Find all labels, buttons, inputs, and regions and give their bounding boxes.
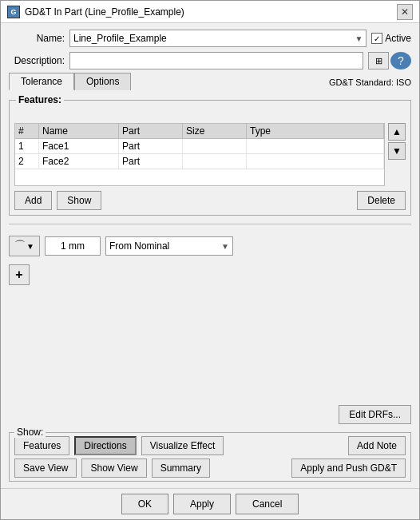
table-header: # Name Part Size Type: [14, 123, 385, 138]
features-table-wrap: # Name Part Size Type 1 Face1 Part: [14, 123, 385, 186]
tolerance-type-value: From Nominal: [109, 240, 169, 252]
col-name: Name: [39, 124, 119, 138]
row1-size: [183, 139, 247, 153]
row1-name: Face1: [39, 139, 119, 153]
features-table-body: 1 Face1 Part 2 Face2 Part: [14, 138, 385, 186]
tolerance-row: ⌒ ▼ From Nominal ▼: [9, 232, 411, 260]
main-content: Name: Line_Profile_Example ▼ ✓ Active De…: [1, 23, 419, 488]
cancel-button[interactable]: Cancel: [236, 494, 299, 514]
row2-type: [247, 154, 384, 169]
help-icon-btn[interactable]: ?: [390, 52, 411, 69]
row2-part: Part: [119, 154, 183, 169]
show-section: Show: Features Directions Visualize Effe…: [9, 432, 411, 482]
empty-area: [9, 290, 411, 405]
show-view-btn[interactable]: Show View: [81, 458, 146, 478]
separator1: [9, 224, 411, 224]
empty-drfs-area: Edit DRFs...: [9, 290, 411, 427]
show-section-label: Show:: [14, 427, 46, 438]
show-button[interactable]: Show: [57, 191, 101, 210]
delete-button[interactable]: Delete: [357, 191, 406, 210]
save-view-btn[interactable]: Save View: [14, 458, 77, 478]
tab-tolerance[interactable]: Tolerance: [9, 73, 74, 90]
ok-button[interactable]: OK: [121, 494, 168, 514]
window-icon: G: [7, 6, 20, 18]
description-icon-group: ⊞ ?: [368, 52, 411, 69]
name-row: Name: Line_Profile_Example ▼ ✓ Active: [9, 30, 411, 47]
apply-push-gdt-btn[interactable]: Apply and Push GD&T: [291, 458, 406, 478]
close-button[interactable]: ✕: [397, 4, 413, 20]
row1-type: [247, 139, 384, 153]
row2-size: [183, 154, 247, 169]
directions-show-btn[interactable]: Directions: [74, 436, 136, 455]
edit-drfs-row: Edit DRFs...: [9, 405, 411, 424]
col-num: #: [15, 124, 39, 138]
edit-drfs-button[interactable]: Edit DRFs...: [339, 405, 411, 424]
add-row-btn[interactable]: +: [9, 264, 30, 285]
tol-dropdown-arrow: ▼: [26, 242, 34, 251]
name-combo-arrow: ▼: [355, 34, 363, 43]
tolerance-symbol: ⌒: [14, 239, 26, 253]
features-label: Features:: [16, 94, 64, 105]
titlebar: G GD&T In Part (Line_Profile_Example) ✕: [1, 1, 419, 23]
add-note-btn[interactable]: Add Note: [348, 436, 406, 455]
table-row[interactable]: 1 Face1 Part: [15, 139, 384, 154]
features-btn-row: Add Show Delete: [14, 191, 406, 210]
features-area: # Name Part Size Type 1 Face1 Part: [14, 123, 406, 186]
description-input[interactable]: [69, 52, 363, 69]
bottom-bar: OK Apply Cancel: [1, 488, 419, 519]
row2-num: 2: [15, 154, 39, 169]
active-checkbox[interactable]: ✓: [371, 33, 382, 44]
row2-name: Face2: [39, 154, 119, 169]
col-type: Type: [247, 124, 384, 138]
table-scroll-btns: ▲ ▼: [388, 123, 406, 186]
window-title: GD&T In Part (Line_Profile_Example): [25, 6, 184, 18]
col-part: Part: [119, 124, 183, 138]
summary-btn[interactable]: Summary: [152, 458, 210, 478]
row1-part: Part: [119, 139, 183, 153]
tab-options[interactable]: Options: [74, 73, 131, 90]
description-label: Description:: [9, 55, 65, 66]
name-label: Name:: [9, 33, 65, 44]
features-show-btn[interactable]: Features: [14, 436, 69, 455]
titlebar-left: G GD&T In Part (Line_Profile_Example): [7, 6, 184, 18]
tol-combo-arrow: ▼: [221, 242, 229, 251]
col-size: Size: [183, 124, 247, 138]
scroll-down-btn[interactable]: ▼: [388, 142, 406, 160]
tabs-row: Tolerance Options GD&T Standard: ISO: [9, 73, 411, 92]
visualize-effect-btn[interactable]: Visualize Effect: [141, 436, 224, 455]
name-value: Line_Profile_Example: [73, 33, 167, 44]
active-checkbox-wrap[interactable]: ✓ Active: [371, 33, 411, 44]
show-btns-row-2: Save View Show View Summary Apply and Pu…: [14, 458, 406, 478]
name-combo[interactable]: Line_Profile_Example ▼: [69, 30, 367, 47]
tolerance-type-combo[interactable]: From Nominal ▼: [105, 236, 233, 256]
description-row: Description: ⊞ ?: [9, 52, 411, 69]
main-window: G GD&T In Part (Line_Profile_Example) ✕ …: [0, 0, 420, 520]
row1-num: 1: [15, 139, 39, 153]
add-button[interactable]: Add: [14, 191, 52, 210]
table-icon-btn[interactable]: ⊞: [368, 52, 389, 69]
tolerance-symbol-btn[interactable]: ⌒ ▼: [9, 236, 40, 256]
gdt-standard: GD&T Standard: ISO: [329, 77, 411, 87]
features-group: Features: # Name Part Size Type 1: [9, 100, 411, 216]
apply-button[interactable]: Apply: [173, 494, 231, 514]
scroll-up-btn[interactable]: ▲: [388, 123, 406, 141]
show-btns-row-1: Features Directions Visualize Effect Add…: [14, 436, 406, 455]
tolerance-value-input[interactable]: [45, 236, 101, 256]
active-label: Active: [385, 33, 411, 44]
table-row[interactable]: 2 Face2 Part: [15, 154, 384, 169]
tabs: Tolerance Options: [9, 73, 131, 90]
plus-row: +: [9, 263, 411, 287]
